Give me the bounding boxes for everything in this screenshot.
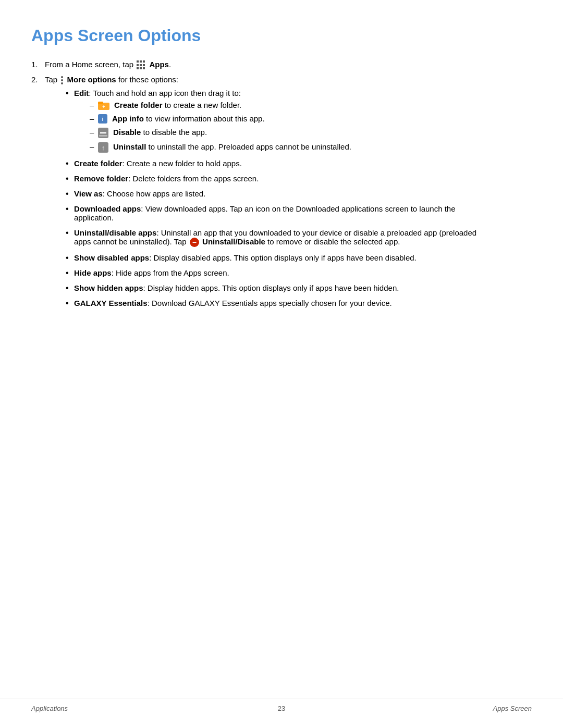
more-options-icon [60,76,64,84]
sub-app-info: i App info to view information about thi… [90,114,490,124]
svg-text:↑: ↑ [102,144,105,152]
options-list: Edit: Touch and hold an app icon then dr… [45,89,490,307]
bullet-downloaded-apps: Downloaded apps: View downloaded apps. T… [66,204,490,222]
bullet-uninstall-disable-apps: Uninstall/disable apps: Uninstall an app… [66,228,490,247]
disable-icon [98,128,108,138]
step1-bold: Apps [149,60,169,69]
svg-rect-5 [99,135,107,137]
step-1: 1. From a Home screen, tap Apps. [31,60,490,70]
edit-sub-list: + Create folder to create a new folder. … [74,101,490,153]
page-content: Apps Screen Options 1. From a Home scree… [0,0,521,361]
footer-right: Apps Screen [493,705,532,712]
svg-text:+: + [102,104,105,109]
apps-grid-icon [137,60,146,70]
sub-uninstall: ↑ Uninstall to uninstall the app. Preloa… [90,142,490,153]
app-info-icon: i [98,114,107,124]
step2-bold: More options [67,75,116,84]
sub-disable: Disable to disable the app. [90,128,490,138]
footer-left: Applications [31,705,68,712]
uninstall-icon: ↑ [98,142,108,153]
page-title: Apps Screen Options [31,26,490,45]
bullet-galaxy-essentials: GALAXY Essentials: Download GALAXY Essen… [66,299,490,307]
bullet-show-hidden-apps: Show hidden apps: Display hidden apps. T… [66,283,490,292]
bullet-edit: Edit: Touch and hold an app icon then dr… [66,89,490,153]
step1-text: From a Home screen, tap [45,60,133,69]
bullet-view-as: View as: Choose how apps are listed. [66,189,490,198]
step2-end: for these options: [118,75,178,84]
bullet-create-folder: Create folder: Create a new folder to ho… [66,159,490,168]
step-2: 2. Tap More options for these options: E… [31,75,490,314]
bullet-show-disabled-apps: Show disabled apps: Display disabled app… [66,253,490,262]
footer-center: 23 [278,705,285,712]
bullet-hide-apps: Hide apps: Hide apps from the Apps scree… [66,268,490,277]
step2-text: Tap [45,75,57,84]
bullet-remove-folder: Remove folder: Delete folders from the a… [66,174,490,183]
create-folder-icon: + [98,101,109,110]
sub-create-folder: + Create folder to create a new folder. [90,101,490,110]
numbered-list: 1. From a Home screen, tap Apps. 2. Tap [31,60,490,314]
uninstall-disable-button-icon: − [190,238,199,247]
